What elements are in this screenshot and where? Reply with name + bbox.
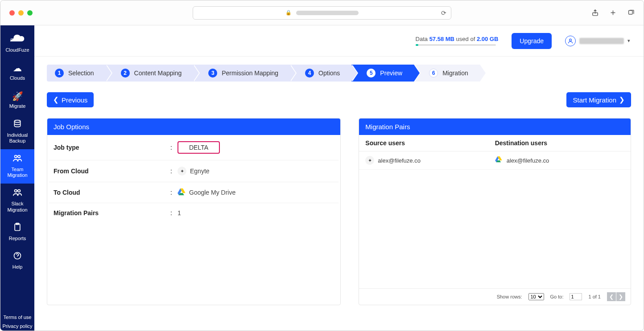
step-selection[interactable]: 1Selection xyxy=(47,65,106,82)
previous-button-label: Previous xyxy=(62,96,87,104)
terms-link[interactable]: Terms of use xyxy=(0,313,34,322)
chevron-right-icon: ❯ xyxy=(619,96,625,104)
sidebar-item-label: Clouds xyxy=(10,75,25,81)
sidebar-brand-label: CloudFuze xyxy=(5,47,29,53)
migration-pairs-count-row: Migration Pairs : 1 xyxy=(49,203,339,223)
tabs-overview-icon[interactable] xyxy=(627,9,635,17)
svg-point-10 xyxy=(570,39,572,41)
job-options-title: Job Options xyxy=(47,119,340,135)
sidebar-brand[interactable]: CloudFuze xyxy=(0,30,34,58)
avatar-icon xyxy=(565,36,576,46)
new-tab-icon[interactable] xyxy=(609,9,617,17)
source-user-cell: alex@filefuze.co xyxy=(378,157,421,164)
migration-pairs-count-label: Migration Pairs xyxy=(54,209,165,217)
step-label: Selection xyxy=(68,69,94,77)
goto-label: Go to: xyxy=(550,294,564,299)
svg-point-6 xyxy=(18,190,20,192)
from-cloud-label: From Cloud xyxy=(54,168,165,175)
start-migration-button[interactable]: Start Migration ❯ xyxy=(566,92,631,107)
migration-pairs-panel: Migration Pairs Source users Destination… xyxy=(359,118,631,305)
address-bar[interactable]: 🔒 ⟳ xyxy=(193,6,451,20)
sidebar: CloudFuze ☁ Clouds 🚀 Migrate Individual … xyxy=(0,25,34,331)
data-usage: Data 57.58 MB used of 2.00 GB xyxy=(416,36,499,46)
destination-users-header: Destination users xyxy=(495,139,624,147)
step-label: Permission Mapping xyxy=(222,69,278,77)
sidebar-item-individual-backup[interactable]: Individual Backup xyxy=(0,115,34,149)
pager: ❮ ❯ xyxy=(607,292,625,301)
step-label: Migration xyxy=(442,69,468,77)
chevron-down-icon: ▾ xyxy=(627,38,630,44)
privacy-link[interactable]: Privacy policy xyxy=(0,322,34,331)
sidebar-item-slack-migration[interactable]: Slack Migration xyxy=(0,184,34,218)
show-rows-select[interactable]: 10 xyxy=(528,293,544,300)
usage-total: 2.00 GB xyxy=(477,36,498,42)
sidebar-item-help[interactable]: Help xyxy=(0,247,34,275)
maximize-window-icon[interactable] xyxy=(27,10,33,16)
rocket-icon: 🚀 xyxy=(1,91,33,102)
share-icon[interactable] xyxy=(591,9,599,17)
user-menu[interactable]: ▾ xyxy=(565,36,630,46)
main-area: Data 57.58 MB used of 2.00 GB Upgrade ▾ … xyxy=(34,25,644,331)
sidebar-item-migrate[interactable]: 🚀 Migrate xyxy=(0,86,34,114)
step-permission-mapping[interactable]: 3Permission Mapping xyxy=(193,65,290,82)
clipboard-icon xyxy=(1,223,33,234)
help-icon xyxy=(1,251,33,262)
google-drive-icon xyxy=(178,188,186,196)
close-window-icon[interactable] xyxy=(9,10,15,16)
source-users-header: Source users xyxy=(365,139,495,147)
step-migration[interactable]: 6Migration xyxy=(414,65,480,82)
pager-next-button[interactable]: ❯ xyxy=(616,292,625,301)
previous-button[interactable]: ❮ Previous xyxy=(47,92,94,107)
egnyte-icon: ✦ xyxy=(365,156,374,165)
sidebar-item-team-migration[interactable]: Team Migration xyxy=(0,149,34,184)
step-options[interactable]: 4Options xyxy=(290,65,351,82)
step-num: 4 xyxy=(305,69,314,78)
google-drive-icon xyxy=(495,156,503,164)
sidebar-item-label: Individual Backup xyxy=(7,132,28,143)
usage-mid: used of xyxy=(454,36,477,42)
minimize-window-icon[interactable] xyxy=(18,10,24,16)
sidebar-item-label: Reports xyxy=(9,236,26,241)
step-num: 2 xyxy=(121,69,130,78)
usage-prefix: Data xyxy=(416,36,429,42)
sidebar-item-reports[interactable]: Reports xyxy=(0,218,34,247)
database-icon xyxy=(1,119,33,131)
svg-point-3 xyxy=(15,155,17,158)
from-cloud-row: From Cloud : ✦ Egnyte xyxy=(49,160,339,182)
start-migration-label: Start Migration xyxy=(573,96,616,104)
table-footer: Show rows: 10 Go to: 1 of 1 ❮ ❯ xyxy=(359,288,631,305)
cloudfuze-logo-icon xyxy=(1,34,33,45)
step-content-mapping[interactable]: 2Content Mapping xyxy=(106,65,194,82)
show-rows-label: Show rows: xyxy=(497,294,522,299)
goto-input[interactable] xyxy=(570,293,582,300)
step-label: Content Mapping xyxy=(134,69,182,77)
sidebar-item-label: Migrate xyxy=(9,103,26,109)
svg-rect-1 xyxy=(628,11,632,15)
step-label: Preview xyxy=(380,69,402,77)
users-icon xyxy=(1,188,33,199)
destination-user-cell: alex@filefuze.co xyxy=(507,157,549,164)
sidebar-item-label: Slack Migration xyxy=(7,201,27,212)
egnyte-icon: ✦ xyxy=(178,167,186,176)
job-type-row: Job type : DELTA xyxy=(49,135,339,160)
window-controls[interactable] xyxy=(9,10,33,16)
to-cloud-label: To Cloud xyxy=(54,189,165,196)
to-cloud-row: To Cloud : Google My Drive xyxy=(49,182,339,203)
table-row: ✦ alex@filefuze.co alex@filefuze.co xyxy=(359,151,631,170)
cloud-icon: ☁ xyxy=(1,63,33,74)
url-placeholder xyxy=(296,11,359,15)
reload-icon[interactable]: ⟳ xyxy=(441,9,446,16)
step-num: 5 xyxy=(367,69,376,78)
user-name-blurred xyxy=(579,38,624,44)
sidebar-item-label: Help xyxy=(12,264,23,270)
migration-pairs-count-value: 1 xyxy=(178,209,181,217)
page-of-label: 1 of 1 xyxy=(588,294,601,299)
pager-prev-button[interactable]: ❮ xyxy=(607,292,616,301)
migration-pairs-title: Migration Pairs xyxy=(359,119,631,135)
step-num: 1 xyxy=(55,69,64,78)
stepper: 1Selection 2Content Mapping 3Permission … xyxy=(47,65,631,82)
sidebar-item-clouds[interactable]: ☁ Clouds xyxy=(0,58,34,86)
step-preview[interactable]: 5Preview xyxy=(351,65,414,82)
upgrade-button[interactable]: Upgrade xyxy=(512,33,552,49)
chevron-left-icon: ❮ xyxy=(53,96,59,104)
